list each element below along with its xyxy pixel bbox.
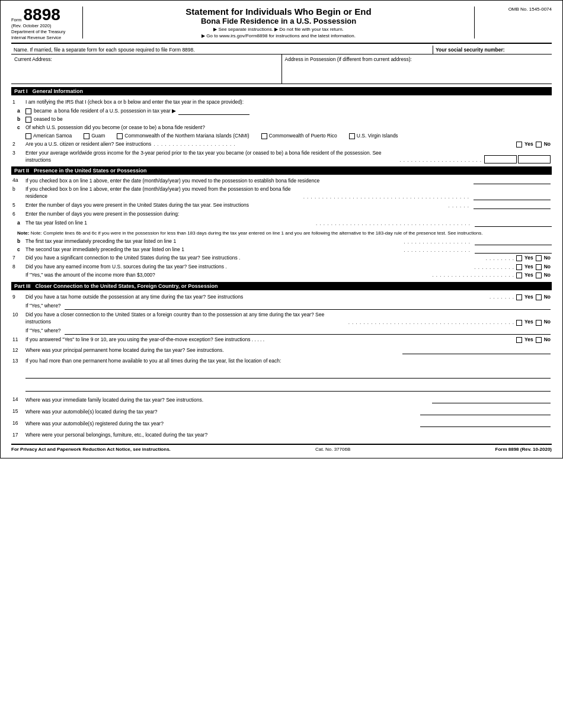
line10-no-checkbox[interactable] [536,320,542,326]
part3-label: Part III [14,283,31,289]
line1-num: 1 [12,99,25,106]
line8-text: Did you have any earned income from U.S.… [25,264,472,271]
omb-number: OMB No. 1545-0074 [508,7,552,12]
line1b-checkbox[interactable] [25,117,31,123]
line13-answer1[interactable] [25,368,551,379]
part1-label: Part I [14,88,28,94]
line6c-label: c [17,246,25,254]
line13-content: If you had more than one permanent home … [25,358,551,392]
line1a-year-field[interactable] [178,108,249,115]
line13: 13 If you had more than one permanent ho… [11,358,552,392]
line10b-text: If "Yes," where? [25,328,61,335]
line15: 15 Where was your automobile(s) located … [11,408,552,415]
line9-no-checkbox[interactable] [536,294,542,300]
line4b: b If you checked box b on line 1 above, … [11,186,552,200]
line2-content: Are you a U.S. citizen or resident alien… [25,141,551,148]
line2-yes-checkbox[interactable] [516,142,522,147]
checkbox-puerto-rico[interactable] [261,133,267,139]
line7-yes-checkbox[interactable] [516,255,522,261]
line6b-text: The first tax year immediately preceding… [25,238,402,245]
line12-answer[interactable] [402,347,551,354]
line13-answer2[interactable] [25,381,551,392]
line4a-answer[interactable] [474,177,551,184]
line7-text: Did you have a significant connection to… [25,255,484,262]
line16-num: 16 [12,420,25,427]
line8b-text: If "Yes," was the amount of the income m… [25,272,430,279]
line14-num: 14 [12,396,25,403]
label-guam: Guam [91,133,105,140]
line4b-content: If you checked box b on line 1 above, en… [25,186,551,200]
line3-box1[interactable] [484,155,517,163]
line11-content: If you answered "Yes" to line 9 or 10, a… [25,336,551,344]
line11-yes-checkbox[interactable] [516,337,522,343]
line1c-text: Of which U.S. possession did you become … [25,124,205,130]
line5-text: Enter the number of days you were presen… [25,202,447,209]
part1-header: Part I General Information [11,87,552,95]
line5-dots: . . . . . . [449,203,469,209]
checkbox-american-samoa[interactable] [25,133,31,139]
line5-content: Enter the number of days you were presen… [25,202,551,209]
line8b-no-checkbox[interactable] [536,272,542,278]
current-address-cell: Current Address: [11,54,282,84]
form-title-block: Statement for Individuals Who Begin or E… [82,7,475,39]
line6c-answer[interactable] [475,246,552,254]
line6c-text: The second tax year immediately precedin… [25,246,402,254]
line2-no-checkbox[interactable] [536,142,542,147]
line6b-content: The first tax year immediately preceding… [25,238,552,245]
line5-answer[interactable] [474,202,551,209]
line1a-content: became a bona fide resident of a U.S. po… [25,108,552,115]
line8-yes-checkbox[interactable] [516,264,522,270]
line9b-answer[interactable] [65,303,551,310]
form-instruction1: ▶ See separate instructions. ▶ Do not fi… [89,27,468,32]
line16-answer[interactable] [420,420,551,427]
line3-box2[interactable] [518,155,551,163]
line10-text: Did you have a closer connection to the … [25,312,347,326]
line1a-checkbox[interactable] [25,108,31,114]
part3-header: Part III Closer Connection to the United… [11,282,552,290]
line13-text: If you had more than one permanent home … [25,358,281,364]
dept-label: Department of the Treasury [11,29,82,35]
form-rev: (Rev. October 2020) [11,23,82,29]
line4a-num: 4a [12,177,25,184]
line6a: a The tax year listed on line 1 . . . . … [11,220,552,227]
line10-num: 10 [12,312,25,319]
checkbox-usvi[interactable] [349,133,355,139]
line14-text: Where was your immediate family located … [25,397,430,404]
line6-num: 6 [12,211,25,218]
label-cnmi: Commonwealth of the Northern Mariana Isl… [124,133,249,140]
line6a-answer[interactable] [475,220,552,227]
line7-content: Did you have a significant connection to… [25,255,551,262]
form-instruction2: ▶ Go to www.irs.gov/Form8898 for instruc… [89,33,468,39]
part2-title: Presence in the United States or Possess… [34,168,147,174]
line8-dots: . . . . . . . . . . . [474,264,514,271]
line6b-answer[interactable] [475,238,552,245]
line2-num: 2 [12,141,25,148]
line17-num: 17 [12,432,25,439]
line12-content: Where was your principal permanent home … [25,347,551,354]
line10b-answer[interactable] [65,328,551,335]
line15-answer[interactable] [420,408,551,415]
line9-text: Did you have a tax home outside the poss… [25,294,488,301]
part3-title: Closer Connection to the United States, … [36,283,218,289]
checkbox-guam[interactable] [84,133,89,139]
checkbox-cnmi[interactable] [117,133,123,139]
line7-no-checkbox[interactable] [536,255,542,261]
possession-address-cell: Address in Possession (if different from… [282,54,552,84]
line4b-answer[interactable] [474,193,551,200]
line8b-no-label: No [544,272,551,279]
name-label: Name. If married, file a separate form f… [14,47,195,53]
line14-answer[interactable] [432,396,551,403]
line6c-content: The second tax year immediately precedin… [25,246,552,254]
line8b-yes-checkbox[interactable] [516,272,522,278]
line9-num: 9 [12,294,25,301]
line8-no-label: No [544,264,551,271]
line11-no-checkbox[interactable] [536,337,542,343]
line12-text: Where was your principal permanent home … [25,347,400,354]
form-label: Form [11,17,22,23]
line8-no-checkbox[interactable] [536,264,542,270]
line9-yes-label: Yes [524,294,533,301]
line2-no-label: No [544,141,551,148]
line9-yes-checkbox[interactable] [516,294,522,300]
line1b-content: ceased to be [25,116,552,123]
line10-yes-checkbox[interactable] [516,320,522,326]
